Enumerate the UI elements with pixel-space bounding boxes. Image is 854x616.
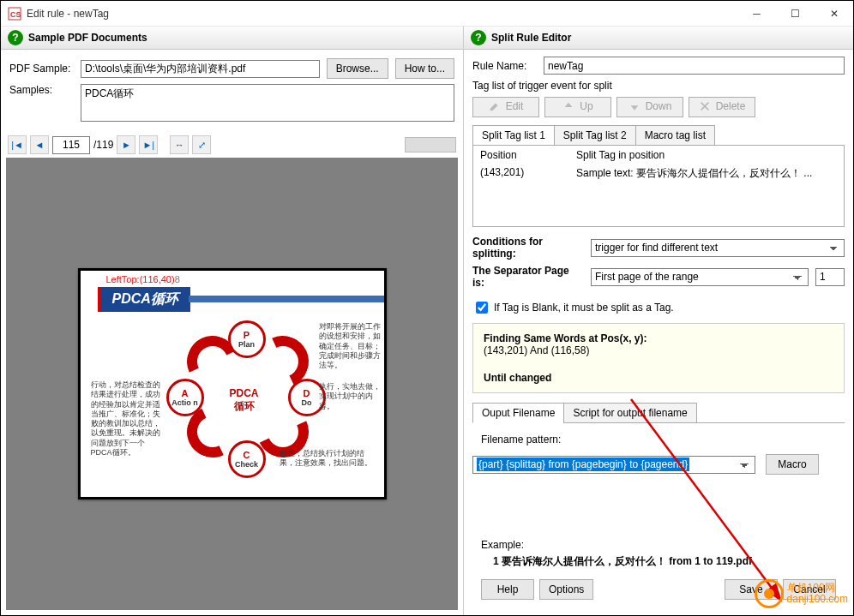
right-section-title: Split Rule Editor [491, 32, 571, 44]
cell-split-tag: Sample text: 要告诉海尔人提倡什么，反对什么！ ... [576, 166, 837, 181]
zoom-slider[interactable] [405, 137, 456, 153]
titlebar: CS Edit rule - newTag ─ ☐ ✕ [1, 1, 853, 27]
help-button[interactable]: Help [481, 579, 534, 600]
down-button: Down [616, 97, 683, 117]
minimize-button[interactable]: ─ [737, 1, 776, 26]
section-icon: ? [8, 30, 23, 45]
save-button[interactable]: Save [725, 579, 778, 600]
fit-page-button[interactable]: ⤢ [192, 135, 211, 154]
tab-split-tag-2[interactable]: Split Tag list 2 [554, 125, 636, 146]
up-button: Up [544, 97, 611, 117]
tab-script-filename[interactable]: Script for output filename [563, 403, 696, 423]
section-icon: ? [471, 30, 486, 45]
pdf-sample-input[interactable] [81, 60, 320, 78]
col-split-tag: Split Tag in position [576, 149, 837, 161]
tab-output-filename[interactable]: Ouput Filename [472, 403, 564, 423]
slide-title: PDCA循环 [98, 287, 190, 312]
macro-button[interactable]: Macro [766, 454, 819, 475]
separator-label: The Separator Page is: [472, 265, 584, 289]
svg-text:CS: CS [10, 10, 21, 19]
right-panel: ? Split Rule Editor Rule Name: Tag list … [464, 27, 853, 615]
first-page-button[interactable]: |◄ [8, 135, 27, 154]
col-position: Position [480, 149, 576, 161]
pdf-preview: LeftTop:(116,40)8 PDCA循环 PPlan DDo CChec… [6, 158, 458, 610]
tab-split-tag-1[interactable]: Split Tag list 1 [472, 125, 555, 146]
text-check: 检查，总结执行计划的结果，注意效果，找出问题。 [280, 449, 377, 469]
left-section-title: Sample PDF Documents [28, 32, 147, 44]
fit-width-button[interactable]: ↔ [170, 135, 189, 154]
cell-position: (143,201) [480, 166, 576, 181]
edit-button: Edit [472, 97, 539, 117]
rule-name-input[interactable] [544, 57, 845, 75]
text-plan: 对即将开展的工作的设想和安排，如确定任务、目标；完成时间和步骤方法等。 [319, 322, 381, 370]
page-total: /119 [93, 139, 113, 151]
last-page-button[interactable]: ►| [139, 135, 158, 154]
coord-overlay: LeftTop:(116,40)8 [106, 274, 180, 284]
tag-list-label: Tag list of trigger event for split [472, 80, 845, 92]
text-do: 执行，实地去做，实现计划中的内容。 [319, 382, 381, 411]
left-panel: ? Sample PDF Documents PDF Sample: Brows… [1, 27, 464, 615]
example-label: Example: [481, 539, 836, 551]
prev-page-button[interactable]: ◄ [30, 135, 49, 154]
tab-macro-tag[interactable]: Macro tag list [635, 125, 715, 146]
tag-list-table[interactable]: Position Split Tag in position (143,201)… [472, 145, 845, 227]
pdf-sample-label: PDF Sample: [9, 63, 74, 75]
maximize-button[interactable]: ☐ [776, 1, 815, 26]
text-action: 行动，对总结检查的结果进行处理，成功的经验加以肯定并适当推广、标准化；失败的教训… [91, 380, 165, 458]
page-nav: |◄ ◄ /119 ► ►| ↔ ⤢ [1, 132, 463, 158]
app-icon: CS [8, 7, 21, 21]
cancel-button[interactable]: Cancel [783, 579, 836, 600]
samples-textarea[interactable]: PDCA循环 [81, 84, 454, 122]
blank-tag-checkbox[interactable]: If Tag is Blank, it must be split as a T… [472, 299, 845, 316]
separator-combo[interactable]: First page of the range [591, 268, 809, 286]
blank-tag-checkbox-input[interactable] [476, 302, 488, 314]
options-button[interactable]: Options [539, 579, 593, 600]
browse-button[interactable]: Browse... [327, 58, 388, 79]
conditions-label: Conditions for splitting: [472, 236, 584, 260]
samples-label: Samples: [9, 84, 74, 96]
filename-pattern-combo[interactable]: {part} {splittag} from {pagebegin} to {p… [472, 456, 755, 474]
next-page-button[interactable]: ► [117, 135, 135, 154]
info-box: Finding Same Words at Pos(x, y): (143,20… [472, 323, 845, 393]
page-input[interactable] [52, 136, 90, 154]
window-title: Edit rule - newTag [27, 8, 737, 20]
example-value: 1 要告诉海尔人提倡什么，反对什么！ from 1 to 119.pdf [493, 554, 836, 569]
preview-page: LeftTop:(116,40)8 PDCA循环 PPlan DDo CChec… [78, 268, 387, 499]
howto-button[interactable]: How to... [395, 58, 454, 79]
close-button[interactable]: ✕ [815, 1, 853, 26]
filename-pattern-label: Filename pattern: [481, 434, 845, 446]
delete-button: Delete [689, 97, 755, 117]
rule-name-label: Rule Name: [472, 60, 537, 72]
conditions-combo[interactable]: trigger for find different text [591, 239, 845, 257]
separator-num-input[interactable] [815, 268, 845, 286]
